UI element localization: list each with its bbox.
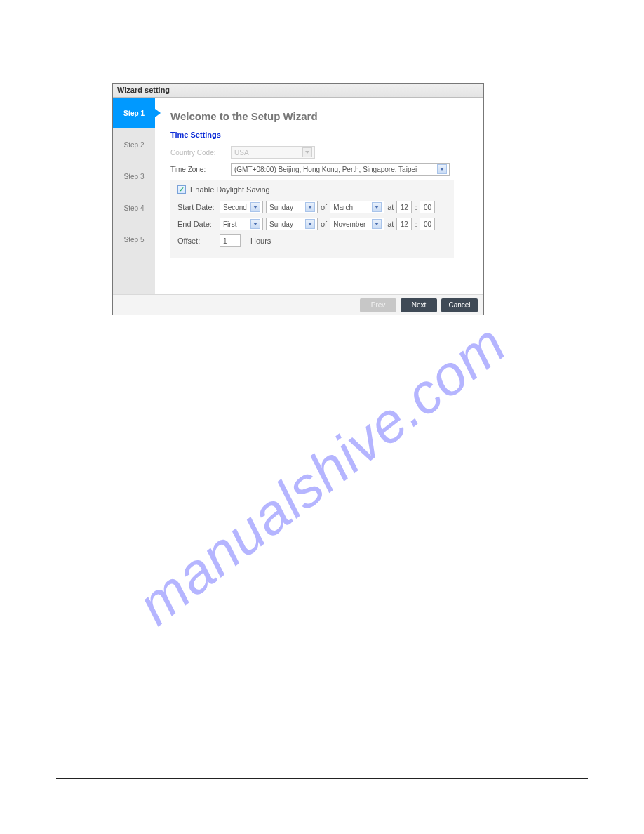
chevron-down-icon xyxy=(302,147,312,157)
of-text: of xyxy=(321,203,327,211)
start-date-row: Start Date: Second Sunday of March xyxy=(177,201,447,213)
next-button[interactable]: Next xyxy=(401,298,437,312)
of-text: of xyxy=(321,220,327,228)
wizard-step-5[interactable]: Step 5 xyxy=(113,224,155,256)
watermark-text: manualshive.com xyxy=(126,312,518,638)
end-min-input[interactable]: 00 xyxy=(420,218,435,230)
time-zone-row: Time Zone: (GMT+08:00) Beijing, Hong Kon… xyxy=(170,163,471,176)
wizard-step-4[interactable]: Step 4 xyxy=(113,192,155,224)
wizard-step-3[interactable]: Step 3 xyxy=(113,161,155,192)
start-day-value: Sunday xyxy=(269,204,293,211)
prev-button: Prev xyxy=(360,298,396,312)
wizard-heading: Welcome to the Setup Wizard xyxy=(170,110,471,122)
wizard-body: Step 1 Step 2 Step 3 Step 4 Step 5 Welco… xyxy=(113,98,483,294)
end-day-select[interactable]: Sunday xyxy=(266,218,318,230)
wizard-content: Welcome to the Setup Wizard Time Setting… xyxy=(155,98,483,294)
country-code-select: USA xyxy=(231,146,315,159)
start-day-select[interactable]: Sunday xyxy=(266,201,318,213)
wizard-window: Wizard setting Step 1 Step 2 Step 3 Step… xyxy=(112,83,484,315)
time-zone-label: Time Zone: xyxy=(170,166,231,173)
enable-dst-row: ✔ Enable Daylight Saving xyxy=(177,185,447,194)
offset-input[interactable]: 1 xyxy=(220,234,241,247)
chevron-down-icon xyxy=(305,202,315,212)
at-text: at xyxy=(387,203,394,211)
end-date-row: End Date: First Sunday of November xyxy=(177,218,447,230)
start-hour-input[interactable]: 12 xyxy=(396,201,412,213)
chevron-down-icon xyxy=(250,202,260,212)
country-code-value: USA xyxy=(234,149,249,157)
chevron-down-icon xyxy=(250,219,260,229)
end-week-value: First xyxy=(223,220,236,228)
wizard-footer: Prev Next Cancel xyxy=(113,294,483,315)
time-zone-value: (GMT+08:00) Beijing, Hong Kong, Perth, S… xyxy=(234,166,417,173)
offset-unit: Hours xyxy=(250,237,271,245)
wizard-step-1[interactable]: Step 1 xyxy=(113,98,155,129)
wizard-steps: Step 1 Step 2 Step 3 Step 4 Step 5 xyxy=(113,98,155,294)
chevron-down-icon xyxy=(372,202,382,212)
start-date-label: Start Date: xyxy=(177,203,220,211)
start-month-select[interactable]: March xyxy=(330,201,384,213)
enable-dst-checkbox[interactable]: ✔ xyxy=(177,185,186,194)
end-date-label: End Date: xyxy=(177,220,220,228)
section-title-time-settings: Time Settings xyxy=(170,131,471,139)
page-divider-bottom xyxy=(56,778,588,779)
start-month-value: March xyxy=(333,204,353,211)
time-colon: : xyxy=(415,203,417,211)
chevron-down-icon xyxy=(305,219,315,229)
end-week-select[interactable]: First xyxy=(220,218,263,230)
start-week-value: Second xyxy=(223,204,247,211)
enable-dst-label: Enable Daylight Saving xyxy=(190,185,270,194)
end-day-value: Sunday xyxy=(269,220,293,228)
start-min-input[interactable]: 00 xyxy=(420,201,435,213)
cancel-button[interactable]: Cancel xyxy=(441,298,478,312)
wizard-step-2[interactable]: Step 2 xyxy=(113,129,155,161)
end-month-value: November xyxy=(333,220,365,228)
time-zone-select[interactable]: (GMT+08:00) Beijing, Hong Kong, Perth, S… xyxy=(231,163,450,176)
offset-label: Offset: xyxy=(177,237,220,245)
offset-row: Offset: 1 Hours xyxy=(177,234,447,247)
end-hour-input[interactable]: 12 xyxy=(396,218,412,230)
at-text: at xyxy=(387,220,394,228)
chevron-down-icon xyxy=(372,219,382,229)
time-colon: : xyxy=(415,220,417,228)
country-code-row: Country Code: USA xyxy=(170,146,471,159)
wizard-titlebar: Wizard setting xyxy=(113,84,483,98)
page-divider-top xyxy=(56,41,588,41)
country-code-label: Country Code: xyxy=(170,149,231,157)
end-month-select[interactable]: November xyxy=(330,218,384,230)
dst-panel: ✔ Enable Daylight Saving Start Date: Sec… xyxy=(170,180,454,258)
start-week-select[interactable]: Second xyxy=(220,201,263,213)
chevron-down-icon xyxy=(437,164,447,174)
